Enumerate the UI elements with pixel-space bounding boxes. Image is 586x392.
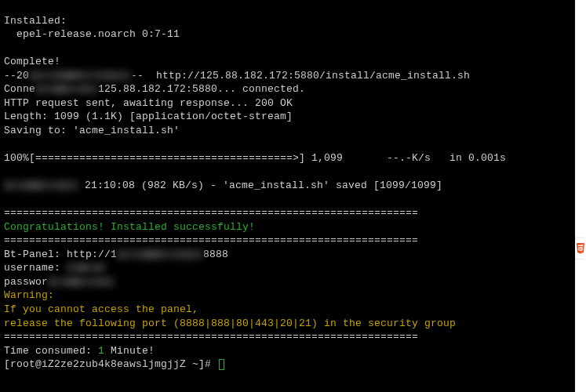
redacted-block [4, 180, 78, 191]
redacted-block [35, 84, 98, 94]
time-suffix: Minute! [104, 345, 155, 357]
warning-text: If you cannot access the panel, [4, 303, 198, 315]
output-line: epel-release.noarch 0:7-11 [4, 28, 180, 40]
warning-label: Warning: [4, 289, 54, 301]
output-line: Length: 1099 (1.1K) [application/octet-s… [4, 111, 293, 122]
output-line: Conne [4, 83, 35, 95]
password-line: passwor [4, 276, 48, 288]
redacted-block [48, 277, 115, 287]
shell-prompt: [root@iZ2ze2zub4k8eawsljmgjjZ ~]# [4, 358, 217, 370]
redacted-block [117, 249, 203, 260]
time-consumed-line: Time consumed: [4, 345, 98, 357]
output-line: Saving to: 'acme_install.sh' [4, 125, 180, 136]
cursor-icon[interactable] [219, 359, 224, 370]
output-line: 21:10:08 (982 KB/s) - 'acme_install.sh' … [85, 180, 442, 191]
divider-line: ========================================… [4, 234, 418, 246]
panel-port: 8888 [203, 249, 228, 260]
html5-icon [576, 243, 585, 254]
output-line: 125.88.182.172:5880... connected. [98, 83, 305, 95]
divider-line: ========================================… [4, 207, 418, 219]
output-line: Complete! [4, 56, 60, 67]
output-line: --20 [4, 70, 29, 82]
output-line: HTTP request sent, awaiting response... … [4, 97, 293, 109]
warning-text: release the following port (8888|888|80|… [4, 318, 456, 329]
username-line: username: [4, 262, 67, 274]
divider-line: ========================================… [4, 331, 418, 343]
redacted-block [29, 71, 131, 81]
html5-badge-icon [575, 238, 586, 259]
output-line: Installed: [4, 15, 67, 27]
success-message: Congratulations! Installed successfully! [4, 221, 255, 233]
output-line: -- http://125.88.182.172:5880/install/ac… [131, 70, 470, 82]
panel-url-line: Bt-Panel: http://1 [4, 249, 117, 260]
terminal-window[interactable]: Installed: epel-release.noarch 0:7-11 Co… [0, 0, 575, 392]
time-value: 1 [98, 345, 104, 357]
progress-bar: 100%[===================================… [4, 152, 506, 164]
redacted-block [67, 263, 106, 273]
